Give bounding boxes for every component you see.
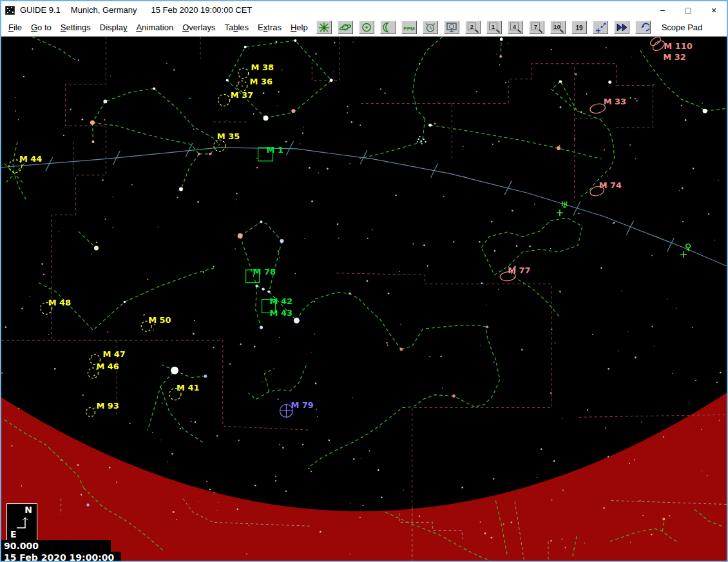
zoom-7-button[interactable]: 7: [529, 21, 544, 34]
messier-label-m44[interactable]: M 44: [19, 154, 42, 164]
messier-label-m48[interactable]: M 48: [48, 298, 71, 307]
bright-star[interactable]: [419, 136, 421, 137]
bright-star[interactable]: [209, 153, 211, 155]
saturn-button[interactable]: [338, 21, 353, 34]
open-cluster-symbol[interactable]: [218, 94, 230, 106]
messier-label-m78[interactable]: M 78: [253, 267, 276, 276]
bright-star[interactable]: [294, 318, 300, 324]
bright-star[interactable]: [260, 326, 263, 329]
menu-go-to[interactable]: Go to: [26, 23, 56, 32]
monitor-clock-button[interactable]: [444, 21, 459, 34]
messier-label-m74[interactable]: M 74: [599, 180, 622, 190]
uranus-symbol[interactable]: ♅: [560, 200, 569, 210]
messier-label-m46[interactable]: M 46: [96, 362, 119, 371]
star-chart-svg[interactable]: M 38M 36M 37M 35M 44M 48M 50M 47M 46M 41…: [1, 37, 727, 561]
bright-star[interactable]: [418, 139, 419, 140]
messier-label-m79[interactable]: M 79: [291, 400, 313, 410]
menu-help[interactable]: Help: [286, 23, 312, 32]
bright-star[interactable]: [500, 37, 503, 41]
bright-star[interactable]: [399, 348, 403, 351]
bright-star[interactable]: [90, 121, 95, 125]
open-cluster-symbol[interactable]: [238, 68, 249, 79]
alarm-clock-button[interactable]: [423, 21, 438, 34]
bright-star[interactable]: [294, 39, 296, 42]
bright-star[interactable]: [425, 141, 426, 142]
bright-star[interactable]: [262, 287, 264, 290]
bright-star[interactable]: [103, 99, 107, 103]
menu-overlays[interactable]: Overlays: [178, 23, 220, 32]
zoom-1-button[interactable]: 1: [486, 21, 502, 34]
bright-star[interactable]: [486, 325, 488, 328]
galaxy-symbol[interactable]: [649, 37, 662, 47]
bright-star[interactable]: [179, 188, 183, 191]
ppm-button[interactable]: PPM: [401, 21, 417, 34]
bright-star[interactable]: [171, 367, 178, 374]
menu-animation[interactable]: Animation: [131, 23, 178, 32]
bright-star[interactable]: [153, 88, 155, 90]
star-button[interactable]: [316, 21, 332, 34]
zoom-10-button[interactable]: 10: [550, 21, 566, 34]
messier-label-m32[interactable]: M 32: [663, 52, 685, 62]
zoom-4-button[interactable]: 4: [508, 21, 523, 34]
menu-tables[interactable]: Tables: [220, 23, 254, 32]
bright-star[interactable]: [92, 140, 95, 143]
bright-star[interactable]: [267, 290, 270, 293]
bright-star[interactable]: [417, 141, 418, 142]
bright-star[interactable]: [662, 518, 665, 520]
bright-star[interactable]: [557, 146, 560, 150]
messier-label-m38[interactable]: M 38: [251, 63, 274, 72]
messier-label-m42[interactable]: M 42: [270, 296, 292, 306]
bright-star[interactable]: [260, 220, 263, 223]
open-cluster-symbol[interactable]: [86, 407, 95, 416]
zoom-2-button[interactable]: 2: [465, 21, 481, 34]
messier-label-m93[interactable]: M 93: [96, 401, 119, 411]
messier-label-m47[interactable]: M 47: [102, 349, 125, 359]
bright-star[interactable]: [703, 109, 707, 113]
bright-star[interactable]: [559, 80, 562, 82]
bright-star[interactable]: [330, 79, 333, 82]
minimize-button[interactable]: −: [649, 1, 675, 19]
bright-star[interactable]: [421, 143, 423, 144]
bright-star[interactable]: [499, 55, 502, 58]
bright-star[interactable]: [238, 233, 243, 238]
star-chart-area[interactable]: M 38M 36M 37M 35M 44M 48M 50M 47M 46M 41…: [1, 37, 727, 561]
bright-star[interactable]: [86, 503, 89, 506]
menu-settings[interactable]: Settings: [56, 23, 95, 32]
undo-button[interactable]: [635, 21, 651, 34]
messier-label-m110[interactable]: M 110: [664, 41, 692, 51]
bright-star[interactable]: [124, 301, 126, 304]
close-button[interactable]: ×: [701, 1, 727, 19]
messier-label-m33[interactable]: M 33: [604, 97, 626, 106]
messier-label-m50[interactable]: M 50: [148, 315, 171, 325]
messier-label-m41[interactable]: M 41: [177, 383, 199, 392]
messier-label-m1[interactable]: M 1: [267, 145, 283, 155]
bright-star[interactable]: [263, 115, 269, 121]
scope-pad-label[interactable]: Scope Pad: [662, 23, 703, 32]
measure-button[interactable]: [593, 21, 608, 34]
venus-symbol[interactable]: ♀: [685, 242, 691, 252]
bright-star[interactable]: [204, 374, 207, 378]
menu-extras[interactable]: Extras: [253, 23, 286, 32]
level-19-button[interactable]: 19: [571, 21, 587, 34]
bright-star[interactable]: [428, 124, 432, 127]
bright-star[interactable]: [420, 140, 422, 142]
bright-star[interactable]: [349, 293, 351, 295]
sun-button[interactable]: [359, 21, 374, 34]
messier-label-m37[interactable]: M 37: [231, 90, 253, 100]
bright-star[interactable]: [423, 139, 424, 140]
messier-label-m35[interactable]: M 35: [217, 131, 240, 141]
fast-forward-button[interactable]: [614, 21, 629, 34]
bright-star[interactable]: [255, 284, 258, 287]
open-cluster-symbol[interactable]: [214, 140, 225, 151]
menu-display[interactable]: Display: [95, 23, 132, 32]
bright-star[interactable]: [452, 394, 455, 398]
maximize-button[interactable]: □: [675, 1, 701, 19]
messier-label-m43[interactable]: M 43: [270, 308, 292, 318]
bright-star[interactable]: [608, 81, 611, 84]
bright-star[interactable]: [291, 109, 295, 113]
messier-label-m36[interactable]: M 36: [250, 77, 273, 86]
menu-file[interactable]: File: [4, 23, 26, 32]
bright-star[interactable]: [280, 239, 283, 243]
bright-star[interactable]: [244, 46, 247, 48]
bright-star[interactable]: [198, 153, 200, 155]
